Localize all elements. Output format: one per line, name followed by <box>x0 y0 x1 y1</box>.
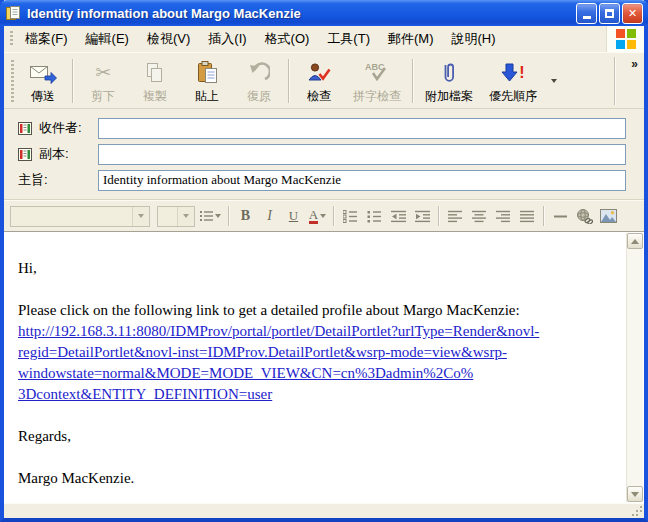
titlebar[interactable]: Identity information about Margo MacKenz… <box>0 0 648 26</box>
attach-file-button[interactable]: 附加檔案 <box>417 56 481 106</box>
horizontal-line-icon <box>554 210 568 223</box>
undo-arrow-icon <box>248 60 270 86</box>
menu-item-view[interactable]: 檢視(V) <box>138 26 199 52</box>
toolbar-separator <box>614 57 616 105</box>
body-greeting: Hi, <box>18 258 604 279</box>
numbered-list-button[interactable] <box>339 205 362 227</box>
chevron-up-icon <box>631 239 639 244</box>
address-book-icon <box>18 148 34 161</box>
check-names-icon <box>307 60 331 86</box>
send-mail-icon <box>29 60 57 86</box>
menu-bar: 檔案(F) 編輯(E) 檢視(V) 插入(I) 格式(O) 工具(T) 郵件(M… <box>4 26 644 52</box>
toolbar-grip[interactable] <box>10 31 13 47</box>
undo-button[interactable]: 復原 <box>233 56 285 106</box>
toolbar-separator <box>72 59 74 103</box>
close-button[interactable]: ✕ <box>622 3 643 24</box>
toolbar-separator <box>412 59 414 103</box>
toolbar-separator <box>228 206 230 226</box>
decrease-indent-icon <box>391 210 407 223</box>
numbered-list-icon <box>343 210 358 223</box>
body-regards: Regards, <box>18 426 604 447</box>
windows-logo-icon <box>606 26 644 52</box>
scroll-up-button[interactable] <box>627 233 643 249</box>
address-book-icon <box>18 122 34 135</box>
toolbar-grip[interactable] <box>11 60 14 102</box>
maximize-button[interactable] <box>599 3 620 24</box>
resize-grip[interactable] <box>640 514 642 516</box>
minimize-button[interactable] <box>576 3 597 24</box>
toolbar-separator <box>543 206 545 226</box>
profile-link[interactable]: http://192.168.3.11:8080/IDMProv/portal/… <box>18 321 604 405</box>
message-body[interactable]: Hi, Please click on the following link t… <box>4 231 644 503</box>
status-bar <box>4 503 644 518</box>
spelling-button[interactable]: ABC 拼字檢查 <box>345 56 409 106</box>
hyperlink-globe-icon <box>576 209 593 224</box>
picture-icon <box>600 209 617 223</box>
copy-button[interactable]: 複製 <box>129 56 181 106</box>
insert-picture-button[interactable] <box>597 205 620 227</box>
scrollbar-track[interactable] <box>627 249 643 486</box>
align-justify-button[interactable] <box>516 205 539 227</box>
paragraph-style-icon <box>200 210 214 223</box>
align-left-icon <box>448 210 463 223</box>
font-name-select[interactable] <box>10 206 150 227</box>
toolbar-overflow-chevron[interactable]: » <box>631 57 638 71</box>
underline-button[interactable]: U <box>282 205 305 227</box>
clipboard-paste-icon <box>197 60 218 86</box>
copy-pages-icon <box>145 60 165 86</box>
message-header-fields: 收件者: 副本: 主旨: <box>4 109 644 200</box>
align-right-icon <box>496 210 511 223</box>
bulleted-list-icon <box>367 210 382 223</box>
cc-input[interactable] <box>98 144 626 165</box>
menu-item-message[interactable]: 郵件(M) <box>379 26 443 52</box>
cc-row: 副本: <box>18 143 626 165</box>
bold-button[interactable]: B <box>234 205 257 227</box>
scroll-down-button[interactable] <box>627 486 643 502</box>
cc-label[interactable]: 副本: <box>18 145 98 163</box>
paragraph-style-button[interactable] <box>196 205 224 227</box>
font-color-button[interactable]: A <box>306 205 329 227</box>
chevron-down-icon[interactable] <box>132 207 149 226</box>
to-input[interactable] <box>98 118 626 139</box>
paste-button[interactable]: 貼上 <box>181 56 233 106</box>
italic-button[interactable]: I <box>258 205 281 227</box>
send-button[interactable]: 傳送 <box>17 56 69 106</box>
body-signature: Margo MacKenzie. <box>18 468 604 489</box>
bulleted-list-button[interactable] <box>363 205 386 227</box>
horizontal-line-button[interactable] <box>549 205 572 227</box>
menu-item-help[interactable]: 說明(H) <box>442 26 504 52</box>
vertical-scrollbar[interactable] <box>626 233 643 502</box>
chevron-down-icon[interactable] <box>177 207 194 226</box>
formatting-toolbar: B I U A <box>4 200 644 231</box>
align-center-icon <box>472 210 487 223</box>
priority-button[interactable]: ! 優先順序 <box>481 56 545 106</box>
align-justify-icon <box>520 210 535 223</box>
priority-exclamation: ! <box>519 65 524 81</box>
body-intro: Please click on the following link to ge… <box>18 300 604 321</box>
menu-item-format[interactable]: 格式(O) <box>256 26 319 52</box>
chevron-down-icon <box>631 492 639 497</box>
priority-dropdown-arrow[interactable] <box>547 59 560 103</box>
align-left-button[interactable] <box>444 205 467 227</box>
align-right-button[interactable] <box>492 205 515 227</box>
align-center-button[interactable] <box>468 205 491 227</box>
menu-item-insert[interactable]: 插入(I) <box>199 26 255 52</box>
menu-item-edit[interactable]: 編輯(E) <box>77 26 138 52</box>
insert-hyperlink-button[interactable] <box>573 205 596 227</box>
increase-indent-button[interactable] <box>411 205 434 227</box>
to-label[interactable]: 收件者: <box>18 119 98 137</box>
decrease-indent-button[interactable] <box>387 205 410 227</box>
paperclip-icon <box>441 60 457 86</box>
toolbar-separator <box>438 206 440 226</box>
toolbar-separator <box>333 206 335 226</box>
check-names-button[interactable]: 檢查 <box>293 56 345 106</box>
menu-item-tools[interactable]: 工具(T) <box>318 26 379 52</box>
message-body-text: Hi, Please click on the following link t… <box>4 232 644 489</box>
priority-arrow-icon: ! <box>501 60 524 86</box>
cut-button[interactable]: ✂ 剪下 <box>77 56 129 106</box>
menu-item-file[interactable]: 檔案(F) <box>16 26 77 52</box>
font-size-select[interactable] <box>157 206 195 227</box>
window-title: Identity information about Margo MacKenz… <box>27 6 576 21</box>
subject-input[interactable] <box>98 170 626 191</box>
subject-row: 主旨: <box>18 169 626 191</box>
